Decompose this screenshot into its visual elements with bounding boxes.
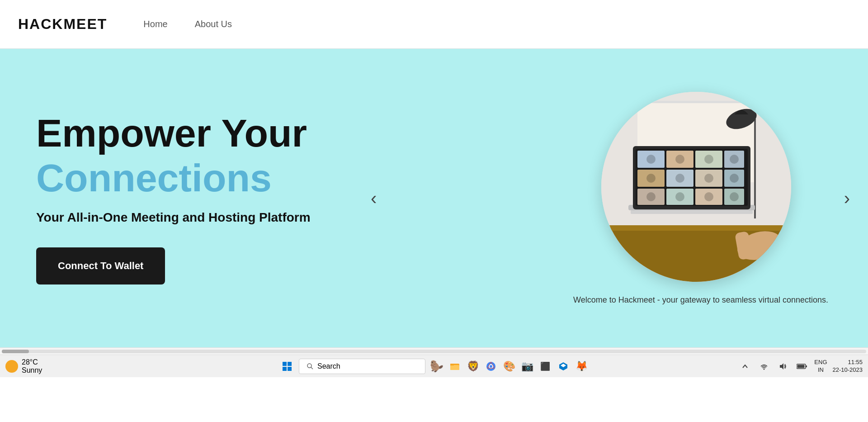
search-label: Search: [317, 362, 340, 370]
hero-image-container: [601, 92, 800, 291]
taskbar-center: Search 🦫 🦁 🎨 📷 ⬛: [280, 359, 588, 374]
svg-rect-2: [601, 225, 791, 231]
weather-icon: [5, 360, 18, 373]
taskbar-app-terminal[interactable]: ⬛: [538, 360, 552, 373]
battery-level-icon: [797, 363, 807, 370]
file-explorer-icon: [449, 361, 460, 372]
svg-point-25: [730, 155, 739, 164]
carousel-prev-button[interactable]: ‹: [371, 188, 377, 209]
hero-section: Empower Your Connections Your All-in-One…: [0, 49, 868, 347]
svg-marker-48: [780, 363, 783, 370]
hero-title-line2: Connections: [36, 155, 542, 201]
svg-rect-40: [450, 365, 459, 370]
windows-logo-icon: [283, 362, 292, 371]
win-grid-cell-2: [288, 362, 292, 366]
svg-rect-4: [637, 101, 755, 103]
hero-left-content: Empower Your Connections Your All-in-One…: [36, 112, 570, 284]
taskbar: 28°C Sunny Search 🦫: [0, 355, 868, 377]
carousel-next-button[interactable]: ›: [844, 188, 850, 209]
battery-icon[interactable]: [795, 360, 809, 373]
win-grid-cell-3: [283, 367, 287, 371]
taskbar-app-vscode[interactable]: [557, 360, 570, 373]
wifi-icon[interactable]: [757, 360, 771, 373]
svg-line-38: [311, 367, 313, 369]
svg-point-28: [704, 174, 713, 183]
nav-link-home[interactable]: Home: [143, 19, 167, 29]
taskbar-app-camera[interactable]: 📷: [520, 360, 534, 373]
taskbar-app-windows-explorer[interactable]: [448, 360, 462, 373]
weather-condition: Sunny: [22, 366, 42, 375]
scrollbar-thumb[interactable]: [2, 350, 29, 353]
hero-circle-image: [601, 92, 791, 282]
system-clock[interactable]: 11:55 22-10-2023: [833, 359, 863, 374]
region-label: IN: [814, 366, 827, 374]
svg-point-29: [730, 174, 739, 183]
language-region[interactable]: ENG IN: [814, 359, 827, 374]
chevron-up-icon: [742, 363, 748, 370]
taskbar-app-beaver[interactable]: 🦫: [430, 360, 443, 373]
horizontal-scrollbar[interactable]: [0, 347, 868, 355]
windows-start-button[interactable]: [280, 359, 294, 374]
nav-item-home[interactable]: Home: [143, 19, 167, 29]
connect-wallet-button[interactable]: Connect To Wallet: [36, 247, 165, 284]
svg-rect-34: [631, 210, 753, 214]
scrollbar-track: [2, 350, 866, 353]
vscode-icon: [558, 361, 568, 371]
svg-point-22: [646, 155, 656, 164]
clock-time: 11:55: [848, 359, 863, 366]
hero-subtitle: Your All-in-One Meeting and Hosting Plat…: [36, 210, 542, 225]
svg-rect-50: [806, 365, 807, 367]
clock-date: 22-10-2023: [833, 366, 863, 374]
taskbar-app-chrome[interactable]: [484, 360, 498, 373]
nav-link-about[interactable]: About Us: [195, 19, 232, 29]
svg-point-44: [490, 365, 492, 368]
svg-rect-51: [797, 365, 805, 368]
nav-links: Home About Us: [143, 19, 232, 29]
taskbar-app-colorpicker[interactable]: 🎨: [502, 360, 516, 373]
speaker-icon[interactable]: [776, 360, 790, 373]
svg-point-26: [646, 174, 656, 183]
volume-icon: [779, 362, 787, 370]
navbar: HACKMEET Home About Us: [0, 0, 868, 49]
weather-widget[interactable]: 28°C Sunny: [5, 358, 47, 375]
weather-temp: 28°C: [22, 358, 38, 366]
taskbar-app-brave[interactable]: 🦁: [466, 360, 480, 373]
chrome-icon: [486, 361, 496, 372]
svg-point-24: [704, 155, 713, 164]
hero-right-content: Welcome to Hackmeet - your gateway to se…: [570, 92, 832, 305]
language-label: ENG: [814, 359, 827, 366]
search-icon: [307, 363, 314, 370]
svg-point-27: [675, 174, 684, 183]
site-logo[interactable]: HACKMEET: [18, 16, 107, 33]
svg-rect-41: [450, 364, 454, 365]
weather-text-block: 28°C Sunny: [22, 358, 42, 375]
svg-point-31: [675, 192, 684, 201]
laptop-svg: [601, 92, 791, 282]
wifi-signal-icon: [760, 362, 768, 370]
svg-point-32: [704, 192, 713, 201]
taskbar-app-other[interactable]: 🦊: [575, 360, 588, 373]
svg-point-33: [730, 192, 739, 201]
svg-point-23: [675, 155, 684, 164]
system-tray-arrow[interactable]: [738, 360, 752, 373]
svg-point-30: [646, 192, 656, 201]
hero-caption: Welcome to Hackmeet - your gateway to se…: [573, 295, 828, 305]
hero-title-line1: Empower Your: [36, 112, 542, 155]
win-grid-cell-1: [283, 362, 287, 366]
taskbar-right: ENG IN 11:55 22-10-2023: [738, 359, 863, 374]
win-grid-cell-4: [288, 367, 292, 371]
svg-point-47: [764, 368, 765, 370]
taskbar-search-bar[interactable]: Search: [299, 359, 425, 374]
nav-item-about[interactable]: About Us: [195, 19, 232, 29]
